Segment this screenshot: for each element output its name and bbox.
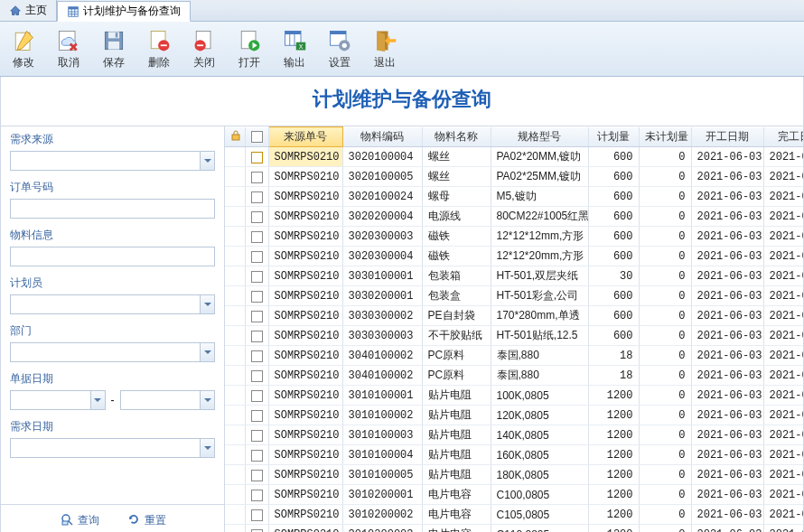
open-button[interactable]: 打开 [228, 25, 271, 72]
col-plan[interactable]: 计划量 [588, 127, 639, 147]
table-row[interactable]: SOMRPS02103040100002PC原料泰国,8801802021-06… [225, 346, 803, 366]
row-checkbox[interactable] [251, 490, 263, 501]
row-checkbox[interactable] [251, 430, 263, 442]
row-checkbox[interactable] [251, 211, 263, 223]
row-checkbox[interactable] [251, 191, 263, 203]
col-name[interactable]: 物料名称 [422, 127, 491, 147]
close-button[interactable]: 关闭 [182, 25, 226, 72]
col-end[interactable]: 完工日期 [763, 127, 803, 147]
cell-start: 2021-06-03 [691, 207, 763, 227]
col-unplan[interactable]: 未计划量 [639, 127, 691, 147]
col-spec[interactable]: 规格型号 [491, 127, 588, 147]
settings-button[interactable]: 设置 [318, 25, 361, 72]
filter-dept-input[interactable] [10, 342, 215, 362]
filter-reqdate-from[interactable] [10, 438, 215, 458]
cell-end: 2021-06-06 [763, 425, 803, 445]
filter-orderno-input[interactable] [10, 199, 215, 219]
cell-source: SOMRPS0210 [268, 147, 342, 167]
table-row[interactable]: SOMRPS02103040100002PC原料泰国,8801802021-06… [225, 366, 803, 386]
chevron-down-icon[interactable] [200, 391, 214, 409]
chevron-down-icon[interactable] [90, 391, 105, 409]
row-checkbox[interactable] [251, 152, 263, 163]
row-checkbox[interactable] [251, 410, 263, 422]
cell-unplan: 0 [639, 167, 691, 187]
row-checkbox[interactable] [251, 390, 263, 402]
table-row[interactable]: SOMRPS02103030100001包装箱HT-501,双层夹纸300202… [225, 266, 803, 286]
table-row[interactable]: SOMRPS02103010100002贴片电阻120K,08051200020… [225, 406, 803, 425]
lock-icon [230, 130, 241, 141]
col-start[interactable]: 开工日期 [691, 127, 763, 147]
exit-button[interactable]: 退出 [363, 25, 407, 72]
table-row[interactable]: SOMRPS02103030300003不干胶贴纸HT-501贴纸,12.560… [225, 326, 803, 346]
main-area: 需求来源 订单号码 物料信息 计划员 部门 单据日期 [0, 126, 804, 532]
chevron-down-icon[interactable] [200, 152, 214, 170]
cell-name: 电源线 [422, 207, 491, 227]
row-checkbox[interactable] [251, 370, 263, 382]
data-grid[interactable]: 来源单号 物料编码 物料名称 规格型号 计划量 未计划量 开工日期 完工日期 S… [225, 126, 803, 532]
col-checkbox[interactable] [245, 127, 268, 147]
cell-start: 2021-06-03 [691, 247, 763, 266]
row-checkbox[interactable] [251, 311, 263, 322]
reset-button[interactable]: 重置 [126, 512, 166, 529]
col-lock[interactable] [225, 127, 245, 147]
table-row[interactable]: SOMRPS02103020100024螺母M5,镀叻60002021-06-0… [225, 187, 803, 207]
col-source[interactable]: 来源单号 [268, 127, 342, 147]
table-row[interactable]: SOMRPS02103020100004螺丝PA02*20MM,镀叻600020… [225, 147, 803, 167]
table-row[interactable]: SOMRPS02103010100004贴片电阻160K,08051200020… [225, 445, 803, 465]
tab-bar: 主页 计划维护与备份查询 [0, 0, 804, 22]
table-row[interactable]: SOMRPS02103010200001电片电容C100,08051200020… [225, 485, 803, 505]
cell-source: SOMRPS0210 [268, 465, 342, 485]
edit-button[interactable]: 修改 [2, 25, 45, 72]
table-row[interactable]: SOMRPS02103030300002PE自封袋170*280mm,单透600… [225, 306, 803, 326]
chevron-down-icon[interactable] [200, 343, 214, 361]
cell-source: SOMRPS0210 [268, 406, 342, 425]
table-row[interactable]: SOMRPS02103010100005贴片电阻180K,08051200020… [225, 465, 803, 485]
row-checkbox[interactable] [251, 231, 263, 243]
cell-spec: 100K,0805 [491, 386, 588, 406]
grid-table: 来源单号 物料编码 物料名称 规格型号 计划量 未计划量 开工日期 完工日期 S… [225, 126, 803, 532]
header-checkbox[interactable] [251, 131, 263, 143]
table-row[interactable]: SOMRPS02103020100005螺丝PA02*25MM,镀叻600020… [225, 167, 803, 187]
tab-current[interactable]: 计划维护与备份查询 [57, 1, 191, 22]
open-icon [237, 28, 262, 53]
save-button[interactable]: 保存 [92, 25, 136, 72]
home-icon [9, 5, 22, 17]
cell-source: SOMRPS0210 [268, 286, 342, 306]
filter-source-input[interactable] [10, 151, 215, 171]
table-row[interactable]: SOMRPS02103010200002电片电容C105,08051200020… [225, 505, 803, 525]
query-button[interactable]: 查询 [60, 512, 99, 529]
row-checkbox[interactable] [251, 331, 263, 342]
row-checkbox[interactable] [251, 271, 263, 283]
grid-header-row: 来源单号 物料编码 物料名称 规格型号 计划量 未计划量 开工日期 完工日期 [225, 127, 803, 147]
table-row[interactable]: SOMRPS02103030200001包装盒HT-501彩盒,公司600020… [225, 286, 803, 306]
cell-start: 2021-06-03 [691, 306, 763, 326]
row-checkbox[interactable] [251, 251, 263, 263]
delete-button[interactable]: 删除 [137, 25, 181, 72]
table-row[interactable]: SOMRPS02103010200003电片电容C110,08051200020… [225, 525, 803, 533]
cell-code: 3010100001 [342, 386, 422, 406]
row-checkbox[interactable] [251, 172, 263, 183]
chevron-down-icon[interactable] [200, 295, 214, 313]
cell-code: 3040100002 [342, 366, 422, 386]
table-row[interactable]: SOMRPS02103020300003磁铁12*12*12mm,方形60002… [225, 227, 803, 247]
row-checkbox[interactable] [251, 470, 263, 481]
cell-end: 2021-06-06 [763, 286, 803, 306]
table-row[interactable]: SOMRPS02103010100001贴片电阻100K,08051200020… [225, 386, 803, 406]
table-row[interactable]: SOMRPS02103020300004磁铁12*12*20mm,方形60002… [225, 247, 803, 266]
cancel-button[interactable]: 取消 [47, 25, 90, 72]
row-checkbox[interactable] [251, 529, 263, 532]
cell-start: 2021-06-03 [691, 147, 763, 167]
filter-material-input[interactable] [10, 247, 215, 266]
table-row[interactable]: SOMRPS02103020200004电源线80CM22#1005红黑6000… [225, 207, 803, 227]
tab-home[interactable]: 主页 [0, 0, 57, 21]
col-code[interactable]: 物料编码 [342, 127, 422, 147]
row-checkbox[interactable] [251, 350, 263, 362]
table-row[interactable]: SOMRPS02103010100003贴片电阻140K,08051200020… [225, 425, 803, 445]
row-checkbox[interactable] [251, 450, 263, 462]
cell-name: 不干胶贴纸 [422, 326, 491, 346]
row-checkbox[interactable] [251, 509, 263, 521]
filter-planner-input[interactable] [10, 294, 215, 314]
row-checkbox[interactable] [251, 291, 263, 303]
chevron-down-icon[interactable] [200, 439, 214, 457]
export-button[interactable]: X输出 [273, 25, 316, 72]
